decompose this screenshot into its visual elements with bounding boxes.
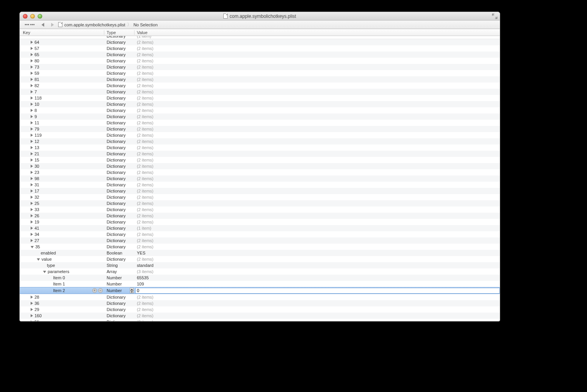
header-type[interactable]: Type [104,30,135,35]
disclosure-triangle-icon[interactable] [31,140,33,143]
disclosure-triangle-icon[interactable] [31,41,33,44]
table-row[interactable]: valueDictionary(2 items) [20,256,500,262]
table-row[interactable]: Item 1Number109 [20,281,500,287]
disclosure-triangle-icon[interactable] [31,296,33,299]
zoom-button[interactable] [38,14,42,19]
table-row[interactable]: 28Dictionary(2 items) [20,294,500,300]
table-row[interactable]: 9Dictionary(2 items) [20,113,500,120]
table-row[interactable]: 118Dictionary(2 items) [20,95,500,101]
disclosure-triangle-icon[interactable] [31,202,33,205]
minimize-button[interactable] [30,14,35,19]
table-row[interactable]: 64Dictionary(2 items) [20,39,500,45]
table-row[interactable]: 30Dictionary(2 items) [20,163,500,169]
header-key[interactable]: Key [20,30,104,35]
table-row[interactable]: 32Dictionary(2 items) [20,194,500,200]
table-row[interactable]: 31Dictionary(2 items) [20,182,500,188]
disclosure-triangle-icon[interactable] [31,121,33,124]
table-row[interactable]: 73Dictionary(2 items) [20,64,500,70]
table-row[interactable]: 19Dictionary(2 items) [20,219,500,225]
table-row[interactable]: 82Dictionary(2 items) [20,83,500,89]
disclosure-triangle-icon[interactable] [31,171,33,174]
table-row[interactable]: 25Dictionary(2 items) [20,200,500,206]
type-stepper[interactable] [130,288,134,293]
disclosure-triangle-icon[interactable] [31,103,33,106]
disclosure-triangle-icon[interactable] [31,246,34,248]
table-row[interactable]: 17Dictionary(2 items) [20,188,500,194]
table-row[interactable]: 33Dictionary(2 items) [20,206,500,213]
close-button[interactable] [23,14,28,19]
disclosure-triangle-icon[interactable] [31,152,33,155]
table-row[interactable]: Item 0Number65535 [20,275,500,281]
disclosure-triangle-icon[interactable] [43,271,46,273]
disclosure-triangle-icon[interactable] [31,208,33,211]
disclosure-triangle-icon[interactable] [31,127,33,131]
table-row[interactable]: 57Dictionary(2 items) [20,45,500,52]
disclosure-triangle-icon[interactable] [31,65,33,69]
disclosure-triangle-icon[interactable] [31,158,33,162]
disclosure-triangle-icon[interactable] [31,308,33,311]
disclosure-triangle-icon[interactable] [31,320,33,321]
disclosure-triangle-icon[interactable] [31,47,33,50]
disclosure-triangle-icon[interactable] [31,72,33,75]
disclosure-triangle-icon[interactable] [31,314,33,317]
disclosure-triangle-icon[interactable] [31,96,33,100]
disclosure-triangle-icon[interactable] [31,214,33,217]
disclosure-triangle-icon[interactable] [31,165,33,168]
table-row[interactable]: 10Dictionary(2 items) [20,101,500,107]
disclosure-triangle-icon[interactable] [31,59,33,62]
disclosure-triangle-icon[interactable] [31,220,33,224]
table-row[interactable]: enabledBooleanYES [20,250,500,256]
table-row[interactable]: 7Dictionary(2 items) [20,89,500,95]
table-row[interactable]: 98Dictionary(2 items) [20,175,500,182]
disclosure-triangle-icon[interactable] [31,239,33,242]
table-row[interactable]: 27Dictionary(2 items) [20,237,500,244]
disclosure-triangle-icon[interactable] [31,53,33,56]
table-row[interactable]: 79Dictionary(2 items) [20,126,500,132]
disclosure-triangle-icon[interactable] [31,78,33,81]
table-row[interactable]: 21Dictionary(2 items) [20,151,500,157]
table-row[interactable]: 119Dictionary(2 items) [20,132,500,138]
table-row[interactable]: Item 2+−Number [20,287,500,294]
remove-button[interactable]: − [98,288,103,293]
disclosure-triangle-icon[interactable] [31,115,33,118]
table-row[interactable]: 13Dictionary(2 items) [20,144,500,151]
table-row[interactable]: 23Dictionary(2 items) [20,169,500,175]
table-row[interactable]: 15Dictionary(2 items) [20,157,500,163]
disclosure-triangle-icon[interactable] [31,109,33,112]
table-row[interactable]: 41Dictionary(1 item) [20,225,500,231]
disclosure-triangle-icon[interactable] [31,146,33,149]
disclosure-triangle-icon[interactable] [37,258,40,261]
table-row[interactable]: 36Dictionary(2 items) [20,300,500,306]
nav-forward-button[interactable] [48,22,57,28]
table-row[interactable]: 81Dictionary(2 items) [20,76,500,83]
table-row[interactable]: 26Dictionary(2 items) [20,213,500,219]
table-row[interactable]: 80Dictionary(2 items) [20,58,500,64]
table-row[interactable]: 35Dictionary(2 items) [20,244,500,250]
view-mode-button[interactable] [22,23,37,26]
fullscreen-button[interactable] [492,14,497,19]
table-row[interactable]: 12Dictionary(2 items) [20,138,500,144]
disclosure-triangle-icon[interactable] [31,227,33,230]
disclosure-triangle-icon[interactable] [31,233,33,236]
table-row[interactable]: 29Dictionary(2 items) [20,306,500,313]
table-row[interactable]: 51Dictionary(2 items) [20,319,500,321]
table-row[interactable]: parametersArray(3 items) [20,268,500,275]
nav-back-button[interactable] [39,22,47,28]
header-value[interactable]: Value [135,30,500,35]
breadcrumb[interactable]: com.apple.symbolichotkeys.plist 〉 No Sel… [58,22,158,28]
table-row[interactable]: typeStringstandard [20,262,500,268]
value-input[interactable] [135,288,500,294]
table-row[interactable]: 34Dictionary(2 items) [20,231,500,237]
disclosure-triangle-icon[interactable] [31,177,33,180]
table-row[interactable]: 59Dictionary(2 items) [20,70,500,76]
disclosure-triangle-icon[interactable] [31,90,33,93]
disclosure-triangle-icon[interactable] [31,183,33,186]
add-button[interactable]: + [92,288,97,293]
disclosure-triangle-icon[interactable] [31,196,33,199]
disclosure-triangle-icon[interactable] [31,84,33,87]
disclosure-triangle-icon[interactable] [31,302,33,305]
disclosure-triangle-icon[interactable] [31,134,33,137]
titlebar[interactable]: com.apple.symbolichotkeys.plist [20,12,500,21]
table-row[interactable]: 160Dictionary(2 items) [20,313,500,319]
table-row[interactable]: 8Dictionary(2 items) [20,107,500,113]
